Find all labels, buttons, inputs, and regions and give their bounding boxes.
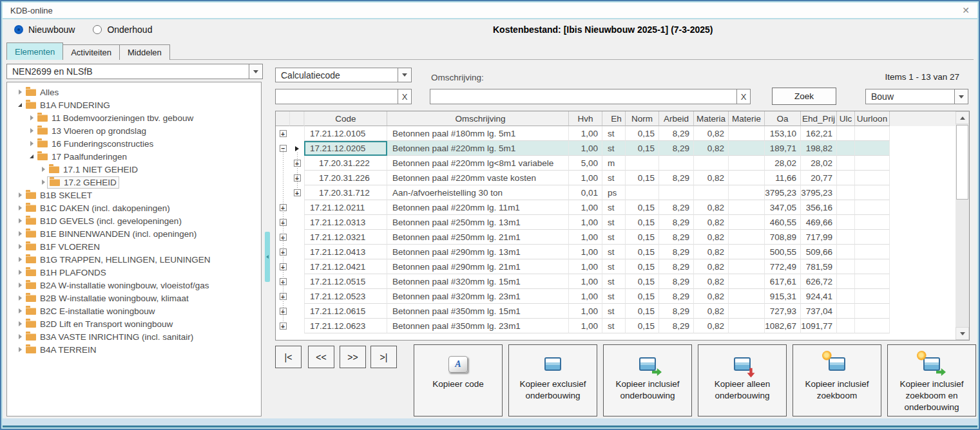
cell-eh[interactable]: st	[602, 259, 626, 274]
column-header-omschrijving[interactable]: Omschrijving	[387, 111, 569, 126]
cell-oa[interactable]: 347,05	[765, 200, 801, 215]
cell-ulc[interactable]	[837, 304, 855, 319]
tree-item-alles[interactable]: Alles	[7, 86, 261, 98]
cell-oa[interactable]: 153,10	[765, 126, 801, 141]
cell-norm[interactable]: 0,15	[626, 274, 659, 289]
cell-oa[interactable]: 11,66	[765, 171, 801, 185]
cell-arbeid[interactable]: 8,29	[659, 215, 694, 230]
cell-omschrijving[interactable]: Betonnen paal #290mm lg. 13m1	[387, 245, 569, 259]
cell-materia[interactable]: 0,82	[694, 141, 729, 156]
cell-omschrijving[interactable]: Betonnen paal #220mm vaste kosten	[387, 171, 569, 185]
tree-expander-icon[interactable]	[16, 244, 24, 249]
cell-code[interactable]: 17.21.12.0413	[304, 245, 387, 259]
kopieer-alleen-onderbouwing-button[interactable]: A Kopieer alleen onderbouwing	[698, 344, 787, 416]
tree-item-b4a-terrein[interactable]: B4A TERREIN	[7, 343, 261, 356]
cell-materia[interactable]: 0,82	[694, 289, 729, 304]
cell-materia[interactable]: 0,82	[694, 230, 729, 245]
column-header-materia[interactable]: Materia	[694, 111, 729, 126]
cell-norm[interactable]: 0,15	[626, 200, 659, 215]
cell-materie[interactable]	[729, 319, 765, 333]
column-header-eh[interactable]: Eh	[602, 111, 626, 126]
cell-ehd-prij[interactable]: 509,66	[801, 245, 837, 259]
tree-expander-icon[interactable]	[28, 154, 35, 158]
table-row[interactable]: + 17.21.12.0105 Betonnen paal #180mm lg.…	[276, 126, 969, 141]
tree-item-b2c-e-installatie-woningbouw[interactable]: B2C E-installatie woningbouw	[7, 304, 261, 317]
cell-eh[interactable]: st	[602, 171, 626, 185]
cell-hvh[interactable]: 1,00	[569, 289, 602, 304]
cell-code[interactable]: 17.21.12.0321	[304, 230, 387, 245]
cell-uurloon[interactable]	[855, 200, 890, 215]
table-row[interactable]: + 17.21.12.0211 Betonnen paal #220mm lg.…	[276, 200, 969, 215]
cell-eh[interactable]: st	[602, 304, 626, 319]
cell-uurloon[interactable]	[855, 171, 890, 185]
cell-ehd-prij[interactable]: 469,66	[801, 215, 837, 230]
pager-last-button[interactable]: >|	[370, 346, 397, 368]
cell-norm[interactable]: 0,15	[626, 245, 659, 259]
cell-materie[interactable]	[729, 200, 765, 215]
cell-materia[interactable]: 0,82	[694, 274, 729, 289]
cell-materia[interactable]	[694, 185, 729, 200]
tab-elementen[interactable]: Elementen	[6, 42, 63, 60]
cell-materia[interactable]: 0,82	[694, 200, 729, 215]
cell-materia[interactable]: 0,82	[694, 245, 729, 259]
cell-code[interactable]: 17.21.12.0523	[304, 289, 387, 304]
tree-expander-icon[interactable]	[16, 321, 24, 326]
cell-omschrijving[interactable]: Betonnen paal #320mm lg. 23m1	[387, 289, 569, 304]
cell-norm[interactable]: 0,15	[626, 126, 659, 141]
cell-oa[interactable]: 28,02	[765, 156, 801, 171]
tree-expander-icon[interactable]	[16, 192, 24, 198]
tree-item-17-2-geheid[interactable]: 17.2 GEHEID	[7, 176, 261, 189]
cell-code[interactable]: 17.21.12.0515	[304, 274, 387, 289]
cell-hvh[interactable]: 1,00	[569, 245, 602, 259]
tree-item-b2a-w-installatie-woningbouw-vloeistof-gas[interactable]: B2A W-installatie woningbouw, vloeistof/…	[7, 279, 261, 292]
cell-uurloon[interactable]	[855, 245, 890, 259]
cell-uurloon[interactable]	[855, 304, 890, 319]
table-row[interactable]: + 17.20.31.222 Betonnen paal #220mm lg<8…	[276, 156, 969, 171]
cell-materia[interactable]: 0,82	[694, 171, 729, 185]
cell-eh[interactable]: st	[602, 141, 626, 156]
cell-eh[interactable]: st	[602, 215, 626, 230]
cell-oa[interactable]: 617,61	[765, 274, 801, 289]
cell-oa[interactable]: 500,55	[765, 245, 801, 259]
cell-hvh[interactable]: 1,00	[569, 274, 602, 289]
cell-uurloon[interactable]	[855, 156, 890, 171]
cell-norm[interactable]: 0,15	[626, 171, 659, 185]
cell-materie[interactable]	[729, 259, 765, 274]
splitter-collapse-handle[interactable]	[265, 232, 270, 282]
cell-materie[interactable]	[729, 289, 765, 304]
cell-omschrijving[interactable]: Betonnen paal #250mm lg. 21m1	[387, 230, 569, 245]
cell-materia[interactable]	[694, 156, 729, 171]
tree-expander-icon[interactable]	[16, 218, 24, 223]
cell-hvh[interactable]: 5,00	[569, 156, 602, 171]
cell-ehd-prij[interactable]: 924,41	[801, 289, 837, 304]
tree-item-b1a-fundering[interactable]: B1A FUNDERING	[7, 98, 261, 111]
table-row[interactable]: + 17.21.12.0321 Betonnen paal #250mm lg.…	[276, 230, 969, 245]
cell-uurloon[interactable]	[855, 126, 890, 141]
cell-ulc[interactable]	[837, 245, 855, 259]
cell-ehd-prij[interactable]: 28,02	[801, 156, 837, 171]
cell-arbeid[interactable]: 8,29	[659, 200, 694, 215]
cell-omschrijving[interactable]: Betonnen paal #350mm lg. 15m1	[387, 304, 569, 319]
scrollbar-thumb[interactable]	[956, 125, 968, 200]
table-row[interactable]: + 17.21.12.0515 Betonnen paal #320mm lg.…	[276, 274, 969, 289]
cell-hvh[interactable]: 1,00	[569, 126, 602, 141]
search-field-select[interactable]: Calculatiecode	[275, 68, 412, 82]
cell-ulc[interactable]	[837, 126, 855, 141]
cell-ulc[interactable]	[837, 200, 855, 215]
tree-expander-icon[interactable]	[39, 167, 47, 172]
cell-eh[interactable]: st	[602, 200, 626, 215]
cell-omschrijving[interactable]: Betonnen paal #350mm lg. 23m1	[387, 319, 569, 333]
classification-select[interactable]: NEN2699 en NLSfB	[6, 64, 263, 79]
cell-ehd-prij[interactable]: 162,21	[801, 126, 837, 141]
cell-arbeid[interactable]	[659, 156, 694, 171]
radio-nieuwbouw[interactable]: Nieuwbouw	[14, 24, 75, 35]
chevron-down-icon[interactable]	[398, 68, 411, 82]
cell-materie[interactable]	[729, 274, 765, 289]
clear-omschrijving-filter-button[interactable]: X	[736, 89, 750, 104]
tree-item-17-paalfunderingen[interactable]: 17 Paalfunderingen	[7, 150, 261, 163]
close-icon[interactable]: ✕	[962, 5, 970, 15]
cell-hvh[interactable]: 1,00	[569, 319, 602, 333]
table-row[interactable]: + 17.21.12.0313 Betonnen paal #250mm lg.…	[276, 215, 969, 230]
cell-materia[interactable]: 0,82	[694, 319, 729, 333]
cell-code[interactable]: 17.20.31.226	[304, 171, 387, 185]
